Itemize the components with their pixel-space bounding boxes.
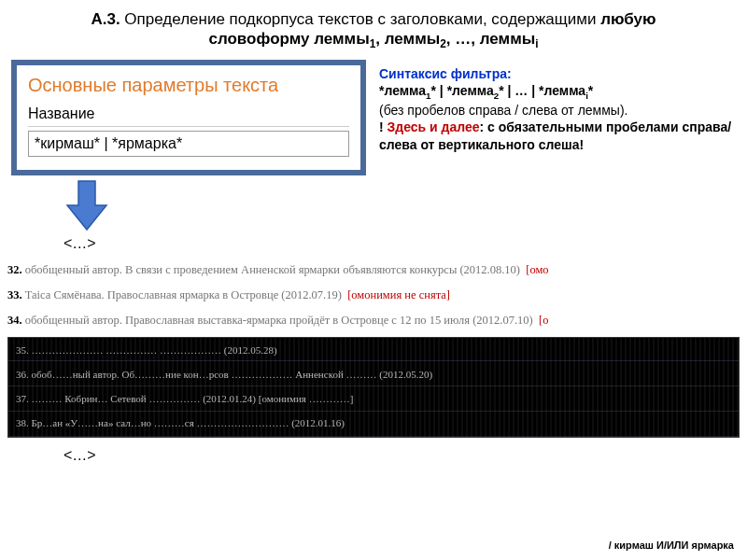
corrupted-results-block: 35. ………………… …………… ……………… (2012.05.28) 36… <box>7 337 740 438</box>
title-filter-input[interactable] <box>28 131 349 157</box>
syntax-explanation: Синтаксис фильтра: *лемма1* | *лемма2* |… <box>379 60 736 175</box>
corrupted-row: 38. Бр…ан «У……на» сал…но ………ся ………………………… <box>8 411 739 435</box>
form-heading: Основные параметры текста <box>28 75 349 96</box>
syntax-note: (без пробелов справа / слева от леммы). <box>379 102 736 119</box>
syntax-pattern: *лемма1* | *лемма2* | … | *леммаi* <box>379 82 736 103</box>
footer-note: / кирмаш И/ИЛИ ярмарка <box>609 539 734 551</box>
syntax-warning: ! Здесь и далее: c обязательными пробела… <box>379 119 736 152</box>
corrupted-row: 36. обоб……ный автор. Об………ние кон…рсов …… <box>8 362 739 386</box>
field-label-title: Название <box>28 105 349 127</box>
corrupted-row: 35. ………………… …………… ……………… (2012.05.28) <box>8 338 739 362</box>
results-list: 32. обобщенный автор. В связи с проведен… <box>0 258 747 333</box>
slide-title: А.3. Определение подкорпуса текстов с за… <box>0 0 747 56</box>
result-row: 32. обобщенный автор. В связи с проведен… <box>7 258 740 283</box>
search-form-panel: Основные параметры текста Название <box>11 60 366 175</box>
result-row: 34. обобщенный автор. Православная выста… <box>7 308 740 333</box>
result-row: 33. Таіса Сямёнава. Православная ярмарка… <box>7 283 740 308</box>
ellipsis-top: <…> <box>0 235 747 258</box>
down-arrow-icon <box>65 179 108 231</box>
corrupted-row: 37. ……… Кобрин… Сетевой …………… (2012.01.2… <box>8 386 739 411</box>
ellipsis-bottom: <…> <box>0 441 747 464</box>
syntax-heading: Синтаксис фильтра: <box>379 65 736 82</box>
